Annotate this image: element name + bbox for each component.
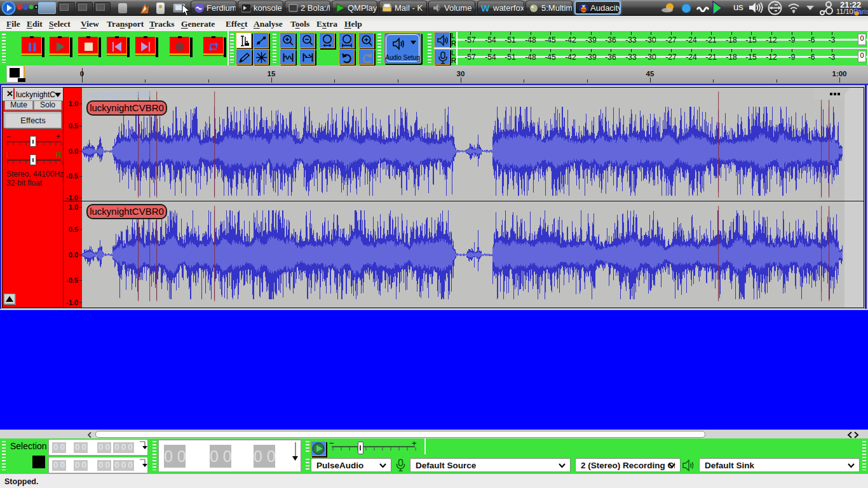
svg-text:W: W (481, 3, 490, 13)
